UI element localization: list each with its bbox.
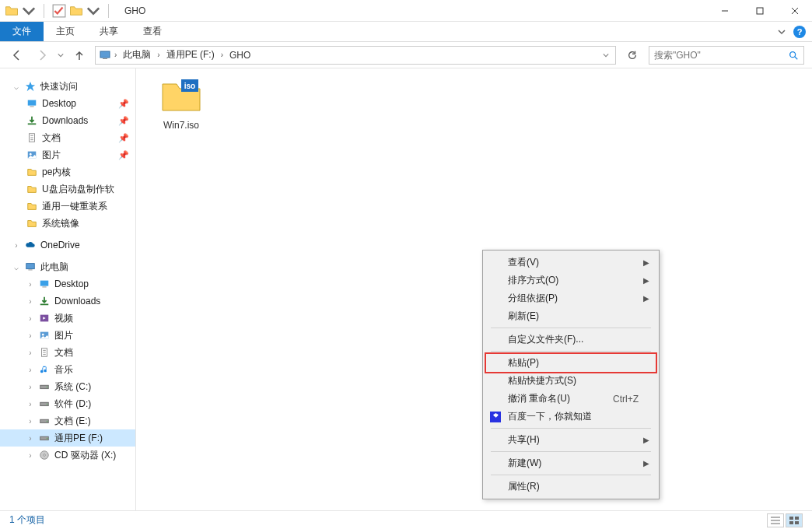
expand-icon[interactable]: › (26, 280, 34, 289)
collapse-icon[interactable]: ⌵ (12, 82, 20, 91)
sidebar-item[interactable]: ›Desktop (0, 275, 135, 293)
sidebar-item[interactable]: ›音乐 (0, 361, 135, 378)
pc-icon (99, 49, 111, 61)
context-menu-item[interactable]: 共享(H)▶ (485, 431, 657, 449)
sidebar-onedrive[interactable]: › OneDrive (0, 236, 135, 254)
sidebar-item[interactable]: Desktop📌 (0, 95, 135, 112)
forward-button[interactable] (33, 46, 51, 65)
search-button[interactable] (783, 50, 803, 61)
sidebar-item[interactable]: ›视频 (0, 310, 135, 327)
sidebar-item[interactable]: ›CD 驱动器 (X:) (0, 447, 135, 464)
navigation-pane[interactable]: ⌵ 快速访问 Desktop📌Downloads📌文档📌图片📌pe内核U盘启动盘… (0, 68, 136, 510)
sidebar-item[interactable]: ›系统 (C:) (0, 378, 135, 395)
chevron-right-icon[interactable]: › (219, 51, 225, 59)
sidebar-item[interactable]: Downloads📌 (0, 112, 135, 129)
sidebar-item[interactable]: ›通用PE (F:) (0, 429, 135, 447)
chevron-down-icon[interactable] (86, 4, 100, 18)
maximize-button[interactable] (742, 0, 777, 22)
svg-rect-7 (28, 124, 37, 125)
sidebar-item[interactable]: 通用一键重装系 (0, 198, 135, 215)
sidebar-item-label: 音乐 (54, 363, 73, 377)
back-button[interactable] (8, 46, 26, 65)
sidebar-item[interactable]: ›Downloads (0, 293, 135, 310)
sidebar-item-label: OneDrive (40, 240, 80, 250)
chevron-right-icon[interactable]: › (113, 51, 118, 59)
expand-icon[interactable]: › (26, 383, 34, 391)
tab-share[interactable]: 共享 (87, 22, 131, 41)
help-button[interactable]: ? (793, 26, 806, 38)
svg-point-10 (30, 153, 32, 156)
expand-icon[interactable]: › (26, 400, 34, 408)
context-menu-item[interactable]: 分组依据(P)▶ (485, 289, 657, 307)
sidebar-item[interactable]: 系统镜像 (0, 215, 135, 232)
context-menu-label: 属性(R) (508, 480, 540, 493)
expand-icon[interactable]: › (26, 434, 34, 443)
context-menu-item[interactable]: 自定义文件夹(F)... (485, 331, 657, 349)
expand-icon[interactable]: › (26, 349, 34, 357)
star-icon (25, 81, 36, 92)
expand-icon[interactable]: › (26, 417, 34, 426)
details-view-button[interactable] (767, 513, 784, 527)
sidebar-item[interactable]: 文档📌 (0, 129, 135, 146)
sidebar-item[interactable]: ›文档 (0, 344, 135, 361)
svg-rect-11 (26, 264, 35, 269)
sidebar-item-label: 快速访问 (40, 80, 78, 93)
tab-file[interactable]: 文件 (0, 22, 44, 41)
context-menu-item[interactable]: 刷新(E) (485, 307, 657, 325)
folder-icon (26, 218, 37, 229)
separator (491, 451, 651, 452)
expand-icon[interactable]: › (26, 366, 34, 374)
close-button[interactable] (777, 0, 812, 22)
context-menu-item[interactable]: 属性(R) (485, 478, 657, 496)
sidebar-item[interactable]: ›图片 (0, 327, 135, 344)
expand-icon[interactable]: › (26, 314, 34, 323)
svg-rect-32 (490, 412, 501, 422)
refresh-button[interactable] (622, 47, 642, 64)
minimize-button[interactable] (707, 0, 742, 22)
sidebar-this-pc[interactable]: ⌵ 此电脑 (0, 258, 135, 275)
svg-point-29 (44, 454, 46, 457)
file-item[interactable]: iso Win7.iso (150, 78, 212, 131)
sidebar-item[interactable]: U盘启动盘制作软 (0, 180, 135, 198)
sidebar-quick-access[interactable]: ⌵ 快速访问 (0, 78, 135, 95)
crumb-this-pc[interactable]: 此电脑 (120, 48, 154, 61)
content-pane[interactable]: iso Win7.iso 查看(V)▶排序方式(O)▶分组依据(P)▶刷新(E)… (136, 68, 812, 510)
expand-icon[interactable]: › (12, 241, 20, 250)
expand-icon[interactable]: › (26, 331, 34, 340)
context-menu-item[interactable]: 查看(V)▶ (485, 254, 657, 272)
up-button[interactable] (70, 46, 89, 65)
breadcrumb[interactable]: › 此电脑 › 通用PE (F:) › GHO (95, 46, 616, 65)
context-menu-item[interactable]: 粘贴快捷方式(S) (485, 372, 657, 390)
tab-home[interactable]: 主页 (44, 22, 87, 41)
thumbnails-view-button[interactable] (786, 513, 803, 527)
tab-view[interactable]: 查看 (131, 22, 174, 41)
sidebar-item-label: 通用一键重装系 (42, 200, 107, 213)
chevron-down-icon[interactable] (22, 4, 36, 18)
checkbox-icon[interactable] (52, 4, 66, 18)
sidebar-item[interactable]: ›文档 (E:) (0, 412, 135, 429)
search-box[interactable] (649, 46, 804, 65)
recent-dropdown-icon[interactable] (58, 52, 64, 58)
folder-icon (26, 166, 37, 177)
pictures-icon (39, 330, 50, 341)
context-menu-item[interactable]: 排序方式(O)▶ (485, 272, 657, 289)
expand-icon[interactable]: › (26, 297, 34, 306)
chevron-down-icon[interactable] (603, 52, 609, 58)
search-input[interactable] (649, 50, 783, 61)
sidebar-item[interactable]: pe内核 (0, 163, 135, 180)
context-menu-item[interactable]: 粘贴(P) (485, 354, 657, 372)
collapse-icon[interactable]: ⌵ (12, 263, 20, 272)
svg-rect-3 (103, 58, 107, 59)
crumb-drive[interactable]: 通用PE (F:) (163, 48, 218, 61)
expand-icon[interactable]: › (26, 451, 34, 460)
crumb-folder[interactable]: GHO (226, 50, 254, 61)
sidebar-item-label: Downloads (54, 296, 100, 307)
expand-ribbon-icon[interactable] (778, 28, 786, 36)
sidebar-item[interactable]: ›软件 (D:) (0, 395, 135, 412)
context-menu-item[interactable]: 百度一下，你就知道 (485, 408, 657, 426)
context-menu-item[interactable]: 撤消 重命名(U)Ctrl+Z (485, 390, 657, 408)
chevron-right-icon[interactable]: › (156, 51, 161, 59)
context-menu-item[interactable]: 新建(W)▶ (485, 454, 657, 472)
sidebar-item[interactable]: 图片📌 (0, 146, 135, 163)
sidebar-item-label: 图片 (54, 329, 73, 342)
